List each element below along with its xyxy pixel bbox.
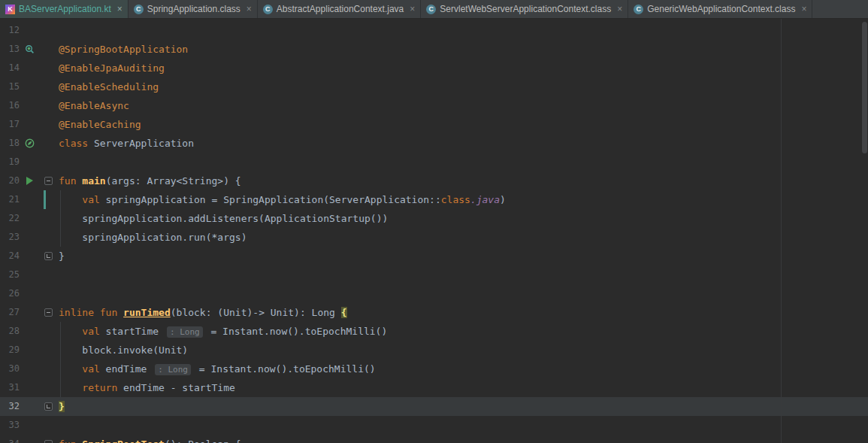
code-line-14[interactable]: 14@EnableJpaAuditing bbox=[0, 59, 868, 77]
line-number[interactable]: 26 bbox=[0, 284, 20, 303]
line-number[interactable]: 15 bbox=[0, 77, 20, 96]
line-number[interactable]: 19 bbox=[0, 153, 20, 171]
fold-slot bbox=[41, 115, 56, 134]
code-line-33[interactable]: 33 bbox=[0, 416, 868, 435]
line-number[interactable]: 12 bbox=[0, 21, 20, 40]
tab-AbstractApplicationContext.java[interactable]: CAbstractApplicationContext.java× bbox=[258, 0, 421, 18]
code-line-27[interactable]: 27inline fun runTimed(block: (Unit)-> Un… bbox=[0, 303, 868, 322]
editor[interactable]: 1213@SpringBootApplication14@EnableJpaAu… bbox=[0, 19, 868, 443]
scrollbar-thumb[interactable] bbox=[862, 22, 867, 153]
fold-start-icon[interactable] bbox=[44, 440, 53, 443]
tab-BAServerApplication.kt[interactable]: KBAServerApplication.kt× bbox=[0, 0, 129, 18]
code-line-29[interactable]: 29 block.invoke(Unit) bbox=[0, 341, 868, 360]
line-number[interactable]: 25 bbox=[0, 265, 20, 284]
code-line-31[interactable]: 31 return endTime - startTime bbox=[0, 378, 868, 397]
line-number[interactable]: 33 bbox=[0, 416, 20, 435]
fold-slot bbox=[41, 209, 56, 228]
spring-bean-icon[interactable] bbox=[25, 138, 35, 148]
code-line-19[interactable]: 19 bbox=[0, 153, 868, 171]
run-icon[interactable] bbox=[26, 177, 33, 185]
line-number[interactable]: 16 bbox=[0, 96, 20, 115]
fold-slot bbox=[41, 360, 56, 378]
code-line-15[interactable]: 15@EnableScheduling bbox=[0, 77, 868, 96]
gutter-icon-slot bbox=[20, 322, 41, 341]
fold-slot bbox=[41, 397, 56, 416]
close-icon[interactable]: × bbox=[246, 4, 252, 14]
line-number[interactable]: 14 bbox=[0, 59, 20, 77]
scrollbar[interactable] bbox=[860, 19, 868, 443]
code-token: startTime bbox=[100, 326, 165, 337]
fold-slot bbox=[41, 284, 56, 303]
code-token: fun bbox=[59, 175, 76, 187]
code-text: val endTime : Long = Instant.now().toEpo… bbox=[59, 360, 376, 378]
code-token: .java bbox=[470, 194, 500, 205]
line-number[interactable]: 29 bbox=[0, 341, 20, 360]
code-text: fun SpringBootTest(): Boolean { bbox=[59, 435, 241, 443]
code-token bbox=[59, 326, 82, 337]
code-text: @EnableScheduling bbox=[59, 77, 159, 96]
fold-start-icon[interactable] bbox=[44, 177, 53, 185]
code-token: return bbox=[82, 382, 117, 393]
code-line-21[interactable]: 21 val springApplication = SpringApplica… bbox=[0, 190, 868, 209]
code-token: SpringBootTest bbox=[82, 438, 165, 443]
code-text: @EnableJpaAuditing bbox=[59, 59, 165, 77]
line-number[interactable]: 30 bbox=[0, 360, 20, 378]
fold-end-icon[interactable] bbox=[44, 252, 53, 260]
code-line-28[interactable]: 28 val startTime : Long = Instant.now().… bbox=[0, 322, 868, 341]
fold-slot bbox=[41, 190, 56, 209]
line-number[interactable]: 18 bbox=[0, 134, 20, 153]
line-number[interactable]: 17 bbox=[0, 115, 20, 134]
code-line-13[interactable]: 13@SpringBootApplication bbox=[0, 40, 868, 59]
tab-ServletWebServerApplicationContext.class[interactable]: CServletWebServerApplicationContext.clas… bbox=[421, 0, 628, 18]
line-number[interactable]: 32 bbox=[0, 397, 20, 416]
code-text: } bbox=[59, 247, 65, 265]
code-line-24[interactable]: 24} bbox=[0, 247, 868, 265]
gutter-icon-slot bbox=[20, 134, 41, 153]
gutter-icon-slot bbox=[20, 96, 41, 115]
fold-start-icon[interactable] bbox=[44, 308, 53, 317]
code-token: val bbox=[82, 194, 99, 205]
code-line-17[interactable]: 17@EnableCaching bbox=[0, 115, 868, 134]
fold-end-icon[interactable] bbox=[44, 402, 53, 411]
line-number[interactable]: 13 bbox=[0, 40, 20, 59]
line-number[interactable]: 21 bbox=[0, 190, 20, 209]
code-token: (): Boolean { bbox=[165, 438, 241, 443]
code-line-12[interactable]: 12 bbox=[0, 21, 868, 40]
line-number[interactable]: 28 bbox=[0, 322, 20, 341]
code-line-32[interactable]: 32} bbox=[0, 397, 868, 416]
code-line-25[interactable]: 25 bbox=[0, 265, 868, 284]
code-token bbox=[117, 307, 123, 318]
close-icon[interactable]: × bbox=[117, 4, 122, 14]
tab-SpringApplication.class[interactable]: CSpringApplication.class× bbox=[129, 0, 258, 18]
code-line-16[interactable]: 16@EnableAsync bbox=[0, 96, 868, 115]
code-token: class bbox=[59, 138, 88, 149]
line-number[interactable]: 23 bbox=[0, 228, 20, 247]
gutter-icon-slot bbox=[20, 416, 41, 435]
code-text: @EnableCaching bbox=[59, 115, 141, 134]
code-line-34[interactable]: 34fun SpringBootTest(): Boolean { bbox=[0, 435, 868, 443]
fold-slot bbox=[41, 435, 56, 443]
code-line-23[interactable]: 23 springApplication.run(*args) bbox=[0, 228, 868, 247]
spring-boot-icon[interactable] bbox=[25, 44, 35, 54]
close-icon[interactable]: × bbox=[617, 4, 622, 14]
close-icon[interactable]: × bbox=[410, 4, 415, 14]
line-number[interactable]: 22 bbox=[0, 209, 20, 228]
line-number[interactable]: 27 bbox=[0, 303, 20, 322]
code-token: main bbox=[82, 175, 105, 187]
gutter-icon-slot bbox=[20, 153, 41, 171]
code-line-18[interactable]: 18class ServerApplication bbox=[0, 134, 868, 153]
line-number[interactable]: 20 bbox=[0, 171, 20, 190]
line-number[interactable]: 24 bbox=[0, 247, 20, 265]
code-line-22[interactable]: 22 springApplication.addListeners(Applic… bbox=[0, 209, 868, 228]
line-number[interactable]: 31 bbox=[0, 378, 20, 397]
code-token: endTime bbox=[100, 363, 153, 375]
code-token: @EnableCaching bbox=[59, 119, 141, 130]
tab-bar: KBAServerApplication.kt×CSpringApplicati… bbox=[0, 0, 868, 19]
line-number[interactable]: 34 bbox=[0, 435, 20, 443]
close-icon[interactable]: × bbox=[801, 4, 806, 14]
tab-GenericWebApplicationContext.class[interactable]: CGenericWebApplicationContext.class× bbox=[628, 0, 812, 18]
code-token: : Long bbox=[155, 364, 191, 375]
code-line-20[interactable]: 20fun main(args: Array<String>) { bbox=[0, 171, 868, 190]
code-line-30[interactable]: 30 val endTime : Long = Instant.now().to… bbox=[0, 360, 868, 378]
code-line-26[interactable]: 26 bbox=[0, 284, 868, 303]
